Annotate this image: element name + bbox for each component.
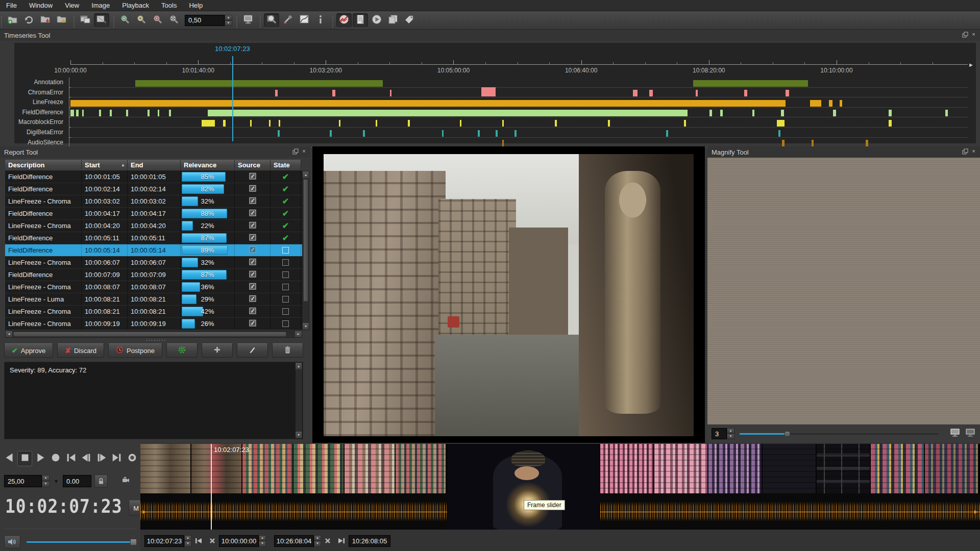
magnified-view[interactable] [707,158,980,424]
defect-segment[interactable] [840,100,842,107]
speaker-icon[interactable] [4,535,20,548]
cell-state[interactable] [271,244,301,256]
defect-segment[interactable] [833,110,836,116]
column-header-relevance[interactable]: Relevance [181,160,235,171]
film-frame-thumbnail[interactable] [600,444,654,493]
zoom-level-spinner[interactable]: ▲▼ [225,15,232,26]
splitter-grip[interactable] [145,339,166,342]
defect-segment[interactable] [82,110,84,116]
postpone-button[interactable]: Postpone [108,343,162,358]
cell-source[interactable] [235,220,271,232]
defect-segment[interactable] [442,130,444,137]
open-folder-button[interactable] [5,13,20,28]
pencil-button[interactable] [237,343,268,358]
menu-tools[interactable]: Tools [155,1,183,10]
defect-segment[interactable] [208,110,688,116]
defect-segment[interactable] [478,130,480,137]
lock-button[interactable] [94,474,108,488]
copy-button[interactable] [385,13,401,28]
defect-segment[interactable] [781,110,783,116]
capture-icon[interactable] [122,477,131,486]
defect-segment[interactable] [275,90,278,96]
cell-state[interactable] [271,269,301,281]
video-player-panel[interactable] [312,146,705,443]
approve-button[interactable]: ✔Approve [4,343,53,358]
defect-segment[interactable] [460,120,462,127]
in-timecode-field[interactable]: 10:00:00:00 [219,535,259,547]
record-loop-button[interactable] [125,451,139,466]
export-folder-button[interactable] [54,13,69,28]
cell-source[interactable] [235,208,271,219]
defect-segment[interactable] [70,100,786,107]
film-frame-thumbnail[interactable] [293,444,345,493]
out-timecode-spinner[interactable]: ▲▼ [314,535,321,547]
source-edit-icon[interactable] [248,282,257,292]
film-frame-thumbnail[interactable] [396,444,447,493]
table-row[interactable]: FieldDifference10:00:01:0510:00:01:0585%… [5,171,302,183]
cell-source[interactable] [235,281,271,293]
source-edit-icon[interactable] [248,245,257,255]
film-frame-thumbnail[interactable] [242,444,293,493]
step-back-button[interactable] [79,451,93,466]
defect-segment[interactable] [752,110,754,116]
defect-segment[interactable] [555,120,557,127]
column-header-description[interactable]: Description [5,160,82,171]
defect-segment[interactable] [829,100,832,107]
defect-segment[interactable] [376,120,378,127]
defect-segment[interactable] [709,110,712,116]
state-checkbox[interactable] [282,271,289,278]
goto-end-icon[interactable] [338,538,345,544]
defect-segment[interactable] [684,120,686,127]
cell-state[interactable] [271,257,301,268]
menu-help[interactable]: Help [183,1,209,10]
report-button[interactable] [353,13,368,28]
column-header-end[interactable]: End [128,160,181,171]
defect-segment[interactable] [481,87,496,96]
defect-segment[interactable] [110,110,112,116]
refresh-button[interactable] [21,13,37,28]
defect-segment[interactable] [696,90,698,96]
monitor-large-icon[interactable] [965,428,976,439]
defect-segment[interactable] [202,120,215,127]
menu-playback[interactable]: Playback [116,1,155,10]
defect-segment[interactable] [126,110,128,116]
defect-segment[interactable] [250,120,252,127]
defect-segment[interactable] [744,90,747,96]
film-frame-thumbnail[interactable] [140,444,191,493]
defect-segment[interactable] [866,140,868,146]
dropdown-arrow-icon[interactable]: ▼ [54,479,59,484]
cell-state[interactable] [271,318,301,330]
table-row[interactable]: LineFreeze - Chroma10:00:03:0210:00:03:0… [5,195,302,208]
table-row[interactable]: LineFreeze - Chroma10:00:08:0710:00:08:0… [5,281,302,293]
tile-window-button[interactable] [94,13,109,28]
state-checkbox[interactable] [282,259,289,266]
magnify-button[interactable] [264,13,279,28]
table-row[interactable]: LineFreeze - Chroma10:00:09:1910:00:09:1… [5,318,302,330]
film-frame-thumbnail[interactable] [654,444,708,493]
source-edit-icon[interactable] [248,233,257,243]
monitor-button[interactable] [240,13,256,28]
column-header-start[interactable]: Start▲ [82,160,128,171]
film-frame-thumbnail[interactable] [871,444,925,493]
table-row[interactable]: LineFreeze - Chroma10:00:04:2010:00:04:2… [5,220,302,232]
speed-field[interactable]: 25,00 [4,475,42,487]
cell-source[interactable] [235,232,271,244]
timeline-lanes[interactable]: 10:02:07:23 ►10:00:00:0010:01:40:0010:03… [70,43,968,143]
goto-start-icon[interactable] [195,538,202,544]
frame-slider-strip[interactable]: ► ► 10:02:07:23 Frame slider [140,444,980,530]
timeline-ruler[interactable]: ►10:00:00:0010:01:40:0010:03:20:0010:05:… [70,64,968,65]
source-edit-icon[interactable] [248,221,257,231]
scroll-down-icon[interactable]: ▼ [303,323,309,330]
stop-button[interactable] [17,451,32,466]
cell-source[interactable] [235,257,271,268]
cell-source[interactable] [235,244,271,256]
float-panel-icon[interactable] [962,148,968,155]
skip-last-button[interactable] [109,451,124,466]
play-backward-button[interactable] [2,451,17,466]
close-panel-icon[interactable]: × [970,31,977,38]
timeline-cursor[interactable] [232,56,233,141]
report-table-hscrollbar[interactable]: ◄ ► [5,331,302,338]
source-edit-icon[interactable] [248,258,257,267]
defect-segment[interactable] [810,100,822,107]
volume-slider[interactable] [27,538,137,545]
